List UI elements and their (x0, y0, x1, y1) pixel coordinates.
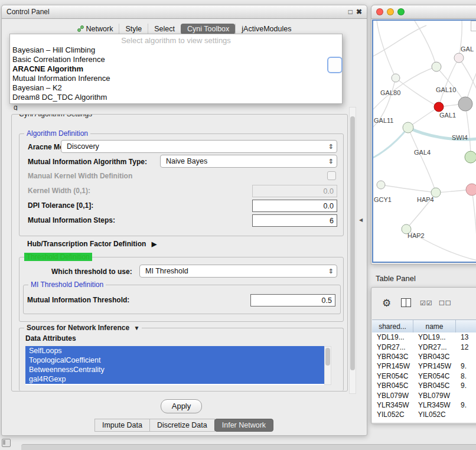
tab-infer-network[interactable]: Infer Network (214, 419, 273, 432)
mi-threshold-field[interactable] (250, 294, 335, 306)
aracne-mode-value: Discovery (67, 142, 99, 151)
mi-type-value: Naive Bayes (166, 157, 207, 165)
network-node[interactable] (403, 122, 413, 133)
group-title: Algorithm Definition (24, 129, 90, 138)
table-row[interactable]: YIL052CYIL052C (372, 410, 476, 419)
table-cell: YPR145W (413, 362, 456, 370)
network-node[interactable] (466, 184, 476, 195)
sources-group: Sources for Network Inference ▼ Data Att… (19, 328, 344, 391)
network-view-window: GALGAL80GAL10GAL11GAL1SWI4GAL4GCY1HAP4HA… (371, 5, 476, 265)
algorithm-option-basic-correlation-inference[interactable]: Basic Correlation Inference (10, 55, 342, 64)
network-icon (77, 25, 84, 32)
network-edge (408, 128, 436, 193)
select-all-icon[interactable]: ☑☑ (420, 299, 433, 307)
table-cell: YDL19... (372, 333, 413, 341)
apply-button[interactable]: Apply (161, 399, 202, 413)
network-view-titlebar[interactable] (371, 5, 476, 19)
close-icon[interactable]: ✖ (356, 8, 362, 16)
network-node[interactable] (432, 62, 441, 71)
attribute-list-scrollbar-thumb[interactable] (325, 348, 330, 366)
node-label-gal1: GAL1 (439, 112, 456, 119)
sources-expander[interactable]: Sources for Network Inference ▼ (24, 324, 142, 332)
which-threshold-value: MI Threshold (145, 267, 188, 275)
columns-icon[interactable] (401, 298, 411, 307)
expand-arrow-icon: ▶ (152, 240, 157, 247)
table-cell: YLR345W (413, 401, 456, 409)
attribute-item-betweennesscentrality[interactable]: BetweennessCentrality (25, 365, 324, 374)
tab-select[interactable]: Select (148, 24, 181, 34)
hub-definition-expander[interactable]: Hub/Transcription Factor Definition ▶ (27, 240, 157, 248)
combo-arrows-icon: ⇕ (328, 142, 334, 151)
network-scrollbar-fragment[interactable] (471, 21, 476, 31)
kernel-width-label: Kernel Width (0,1): (28, 187, 90, 195)
deselect-all-icon[interactable]: ☐☐ (439, 299, 452, 307)
tab-discretize-data[interactable]: Discretize Data (149, 419, 215, 432)
tab-style[interactable]: Style (119, 24, 148, 34)
table-row[interactable]: YER054CYER054C8. (372, 371, 476, 381)
table-cell: YLR345W (372, 401, 413, 409)
mi-type-select[interactable]: Naive Bayes ⇕ (160, 155, 337, 168)
column-header-2[interactable] (456, 320, 476, 332)
table-row[interactable]: YBR045CYBR045C9. (372, 381, 476, 390)
network-node[interactable] (454, 53, 464, 63)
table-row[interactable]: YDR27...YDR27...12 (372, 342, 476, 351)
control-panel-titlebar[interactable]: Control Panel □ ✖ (2, 5, 367, 19)
show-panel-icon[interactable] (2, 439, 11, 447)
column-header-name[interactable]: name (413, 320, 456, 332)
attribute-item-selfloops[interactable]: SelfLoops (25, 346, 324, 356)
algorithm-option-bayesian-hill-climbing[interactable]: Bayesian – Hill Climbing (10, 45, 342, 55)
tab-jactivemodules[interactable]: jActiveModules (235, 24, 297, 34)
table-row[interactable]: YBR043CYBR043C (372, 352, 476, 361)
data-attributes-list: SelfLoopsTopologicalCoefficientBetweenne… (25, 346, 324, 385)
network-node[interactable] (377, 181, 385, 189)
bottom-status-strip (21, 444, 476, 450)
splitter-collapse-icon[interactable]: ◀ (359, 217, 363, 223)
which-threshold-select[interactable]: MI Threshold ⇕ (139, 265, 337, 278)
table-row[interactable]: YPR145WYPR145W9. (372, 361, 476, 371)
settings-scrollbar-thumb[interactable] (350, 116, 355, 370)
mi-threshold-group: MI Threshold Definition Mutual Informati… (23, 285, 341, 314)
tab-network[interactable]: Network (71, 24, 119, 34)
algorithm-option-mutual-information-inference[interactable]: Mutual Information Inference (10, 74, 342, 83)
table-cell: YBR045C (413, 381, 456, 390)
table-cell: YDR27... (372, 343, 413, 351)
close-button[interactable] (376, 8, 383, 15)
algorithm-placeholder: Select algorithm to view settings (10, 35, 342, 45)
minimize-button[interactable] (387, 8, 394, 15)
mi-steps-field[interactable] (252, 214, 337, 227)
network-node[interactable] (434, 102, 444, 112)
table-cell: 9. (456, 401, 476, 409)
algorithm-option-dream8-dc-tdc-algorithm[interactable]: Dream8 DC_TDC Algorithm (10, 93, 342, 102)
attribute-item-topologicalcoefficient[interactable]: TopologicalCoefficient (25, 356, 324, 365)
table-panel-title: Table Panel (376, 274, 416, 283)
algorithm-option-aracne-algorithm[interactable]: ARACNE Algorithm (10, 64, 342, 74)
dpi-tolerance-field[interactable] (252, 200, 337, 212)
aracne-mode-select[interactable]: Discovery ⇕ (61, 140, 337, 153)
gear-icon[interactable]: ⚙ (382, 297, 391, 309)
node-label-gal11: GAL11 (374, 117, 393, 124)
attribute-item-gal4rgexp[interactable]: gal4RGexp (25, 374, 324, 384)
focused-spinner-fragment[interactable] (327, 57, 343, 73)
network-node[interactable] (392, 74, 400, 82)
kernel-width-field[interactable] (252, 185, 337, 197)
network-edge (459, 58, 476, 90)
algorithm-dropdown-popup: Select algorithm to view settings Bayesi… (9, 34, 343, 104)
maximize-icon[interactable]: □ (348, 8, 353, 16)
mi-steps-label: Mutual Information Steps: (28, 216, 115, 224)
table-row[interactable]: YLR345WYLR345W9. (372, 400, 476, 410)
desktop: Control Panel □ ✖ NetworkStyleSelectCyni… (0, 0, 476, 450)
table-toolbar: ⚙ ☑☑ ☐☐ (371, 288, 476, 318)
manual-kernel-checkbox[interactable] (327, 171, 336, 180)
tab-cyni-toolbox[interactable]: Cyni Toolbox (181, 24, 235, 34)
node-label-gal4: GAL4 (414, 149, 431, 156)
table-row[interactable]: YBL079WYBL079W (372, 390, 476, 400)
table-row[interactable]: YDL19...YDL19...13 (372, 332, 476, 342)
zoom-button[interactable] (397, 8, 405, 15)
column-header-shared-[interactable]: shared... (372, 320, 413, 332)
network-node[interactable] (458, 97, 472, 111)
node-label-gal: GAL (461, 45, 474, 53)
tab-impute-data[interactable]: Impute Data (94, 419, 150, 432)
collapse-arrow-icon: ▼ (133, 325, 139, 331)
network-node[interactable] (465, 151, 476, 163)
algorithm-option-bayesian-k2[interactable]: Bayesian – K2 (10, 83, 342, 93)
